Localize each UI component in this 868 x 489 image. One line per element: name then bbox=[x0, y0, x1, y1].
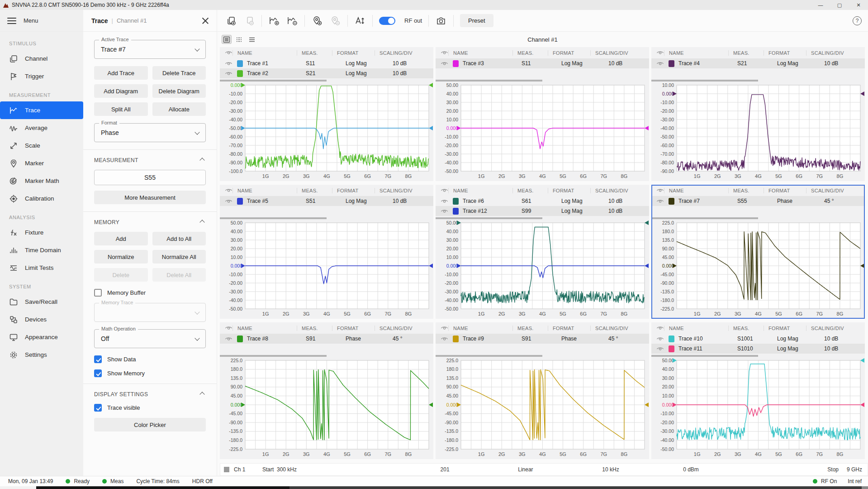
trace-visible-checkbox[interactable] bbox=[94, 404, 102, 412]
collapse-chevron-icon[interactable] bbox=[199, 158, 204, 163]
table-splitter-handle[interactable] bbox=[220, 79, 433, 82]
memory-trace-select[interactable]: Memory Trace bbox=[94, 303, 206, 322]
preset-button[interactable]: Preset bbox=[460, 14, 493, 27]
diagram-5[interactable]: NAMEMEAS.FORMATSCALING/DIVTrace #6S61Log… bbox=[436, 185, 649, 319]
diagram-8[interactable]: NAMEMEAS.FORMATSCALING/DIVTrace #9S91Pha… bbox=[436, 322, 649, 459]
trace-row[interactable]: Trace #12S99Log Mag10 dB bbox=[436, 206, 649, 216]
visibility-eye-icon[interactable] bbox=[436, 198, 453, 204]
font-size-icon[interactable] bbox=[354, 15, 366, 27]
visibility-eye-icon[interactable] bbox=[220, 198, 237, 204]
sidebar-item-settings[interactable]: Settings bbox=[0, 346, 83, 364]
trace-row[interactable]: Trace #6S61Log Mag10 dB bbox=[436, 196, 649, 206]
table-splitter-handle[interactable] bbox=[651, 79, 865, 82]
sweep-status-bar[interactable]: Ch 1 Start 300 kHz 201 Linear 10 kHz 0 d… bbox=[220, 463, 868, 476]
trace-row[interactable]: Trace #7S55Phase45 ° bbox=[651, 196, 865, 206]
trace-row[interactable]: Trace #10S1001Log Mag10 dB bbox=[651, 334, 865, 344]
visibility-eye-icon[interactable] bbox=[436, 208, 453, 214]
collapse-chevron-icon[interactable] bbox=[199, 392, 204, 397]
memory-add-button[interactable]: Add bbox=[94, 232, 148, 245]
sidebar-item-fixture[interactable]: Fixture bbox=[0, 224, 83, 241]
layout-single-view-icon[interactable] bbox=[222, 35, 232, 44]
table-splitter-handle[interactable] bbox=[436, 216, 649, 220]
diagram-1[interactable]: NAMEMEAS.FORMATSCALING/DIVTrace #1S11Log… bbox=[220, 47, 433, 181]
diagram-9[interactable]: NAMEMEAS.FORMATSCALING/DIVTrace #10S1001… bbox=[651, 322, 865, 459]
sidebar-item-trace[interactable]: Trace bbox=[0, 101, 83, 119]
allocate-button[interactable]: Allocate bbox=[152, 102, 206, 116]
delete-marker-icon[interactable] bbox=[329, 15, 341, 27]
visibility-eye-icon[interactable] bbox=[436, 336, 453, 342]
plot-area[interactable]: 225.0180.0135.090.0045.000.000-45.00-90.… bbox=[436, 358, 649, 459]
memory-add-to-all-button[interactable]: Add to All bbox=[152, 232, 206, 245]
visibility-eye-icon[interactable] bbox=[651, 346, 669, 352]
memory-delete-button[interactable]: Delete bbox=[94, 268, 148, 282]
color-picker-button[interactable]: Color Picker bbox=[94, 418, 206, 431]
sidebar-item-limit-tests[interactable]: Limit Tests bbox=[0, 259, 83, 277]
plot-area[interactable]: 50.0040.0030.0020.0010.000.000-10.00-20.… bbox=[436, 220, 649, 319]
show-data-checkbox[interactable] bbox=[94, 355, 102, 363]
memory-normalize-all-button[interactable]: Normalize All bbox=[152, 250, 206, 264]
table-splitter-handle[interactable] bbox=[220, 216, 433, 220]
add-marker-icon[interactable] bbox=[311, 15, 323, 27]
memory-normalize-button[interactable]: Normalize bbox=[94, 250, 148, 264]
sidebar-item-scale[interactable]: Scale bbox=[0, 137, 83, 154]
math-operation-select[interactable]: Math Operation Off bbox=[94, 329, 206, 348]
trace-row[interactable]: Trace #2S21Log Mag10 dB bbox=[220, 68, 433, 78]
visibility-eye-icon[interactable] bbox=[651, 61, 669, 67]
table-splitter-handle[interactable] bbox=[436, 79, 649, 82]
menu-label[interactable]: Menu bbox=[24, 17, 38, 24]
diagram-2[interactable]: NAMEMEAS.FORMATSCALING/DIVTrace #3S11Log… bbox=[436, 47, 649, 181]
sidebar-item-time-domain[interactable]: Time Domain bbox=[0, 241, 83, 259]
maximize-button[interactable]: ▢ bbox=[830, 0, 849, 10]
sidebar-item-channel[interactable]: Channel bbox=[0, 50, 83, 67]
visibility-eye-icon[interactable] bbox=[220, 71, 237, 77]
more-measurement-button[interactable]: More Measurement bbox=[94, 191, 206, 204]
collapse-chevron-icon[interactable] bbox=[199, 220, 204, 225]
show-memory-checkbox[interactable] bbox=[94, 369, 102, 377]
delete-diagram-icon[interactable] bbox=[243, 15, 255, 27]
trace-row[interactable]: Trace #9S91Phase45 ° bbox=[436, 334, 649, 344]
rf-out-toggle[interactable] bbox=[379, 17, 395, 25]
add-trace-button[interactable]: Add Trace bbox=[94, 66, 148, 80]
format-select[interactable]: Format Phase bbox=[94, 123, 206, 142]
sidebar-item-marker-math[interactable]: Marker Math bbox=[0, 172, 83, 190]
close-button[interactable]: ✕ bbox=[849, 0, 868, 10]
sidebar-item-marker[interactable]: Marker bbox=[0, 154, 83, 172]
diagram-3[interactable]: NAMEMEAS.FORMATSCALING/DIVTrace #4S21Log… bbox=[651, 47, 865, 181]
trace-row[interactable]: Trace #5S51Log Mag10 dB bbox=[220, 196, 433, 206]
sidebar-item-average[interactable]: Average bbox=[0, 119, 83, 137]
plot-area[interactable]: 225.0180.0135.090.0045.000.000-45.00-90.… bbox=[651, 220, 865, 319]
diagram-7[interactable]: NAMEMEAS.FORMATSCALING/DIVTrace #8S91Pha… bbox=[220, 322, 433, 459]
active-trace-select[interactable]: Active Trace Trace #7 bbox=[94, 40, 206, 59]
layout-list-view-icon[interactable] bbox=[247, 35, 257, 44]
plot-area[interactable]: 10.000.000-10.00-20.00-30.00-40.00-50.00… bbox=[651, 82, 865, 181]
delete-trace-button[interactable]: Delete Trace bbox=[152, 66, 206, 80]
table-splitter-handle[interactable] bbox=[651, 354, 865, 358]
minimize-button[interactable]: — bbox=[811, 0, 830, 10]
layout-grid-view-icon[interactable] bbox=[234, 35, 244, 44]
table-splitter-handle[interactable] bbox=[436, 354, 649, 358]
measurement-value-box[interactable]: S55 bbox=[94, 170, 206, 185]
sidebar-item-devices[interactable]: Devices bbox=[0, 311, 83, 328]
trace-row[interactable]: Trace #8S91Phase45 ° bbox=[220, 334, 433, 344]
plot-area[interactable]: 225.0180.0135.090.0045.000.000-45.00-90.… bbox=[220, 358, 433, 459]
visibility-eye-icon[interactable] bbox=[436, 61, 453, 67]
plot-area[interactable]: 50.0040.0030.0020.0010.000.000-10.00-20.… bbox=[436, 82, 649, 181]
sidebar-item-trigger[interactable]: Trigger bbox=[0, 67, 83, 85]
trace-row[interactable]: Trace #1S11Log Mag10 dB bbox=[220, 58, 433, 68]
plot-area[interactable]: 0.000-10.00-20.00-30.00-40.00-50.00-60.0… bbox=[220, 82, 433, 181]
help-icon[interactable]: ? bbox=[853, 16, 862, 25]
visibility-eye-icon[interactable] bbox=[651, 336, 669, 342]
visibility-eye-icon[interactable] bbox=[651, 198, 669, 204]
visibility-eye-icon[interactable] bbox=[220, 336, 237, 342]
sidebar-item-calibration[interactable]: Calibration bbox=[0, 190, 83, 207]
add-trace-icon[interactable] bbox=[268, 15, 280, 27]
trace-row[interactable]: Trace #4S21Log Mag10 dB bbox=[651, 58, 865, 68]
add-diagram-button[interactable]: Add Diagram bbox=[94, 84, 148, 98]
diagram-6[interactable]: NAMEMEAS.FORMATSCALING/DIVTrace #7S55Pha… bbox=[651, 185, 865, 319]
delete-trace-icon[interactable] bbox=[286, 15, 298, 27]
memory-delete-all-button[interactable]: Delete All bbox=[152, 268, 206, 282]
plot-area[interactable]: 50.0040.0030.0020.0010.000.000-10.00-20.… bbox=[220, 220, 433, 319]
delete-diagram-button[interactable]: Delete Diagram bbox=[152, 84, 206, 98]
sidebar-item-appearance[interactable]: Appearance bbox=[0, 328, 83, 346]
plot-area[interactable]: 50.0040.0030.0020.0010.000.000-10.00-20.… bbox=[651, 358, 865, 459]
